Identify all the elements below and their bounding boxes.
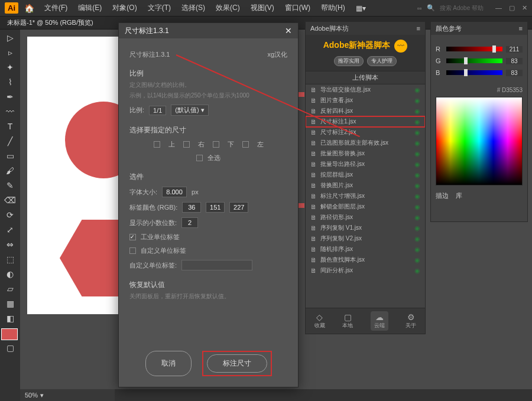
menu-view[interactable]: 视图(V) xyxy=(246,3,278,13)
script-item[interactable]: 🗎替换图片.jsx◉ xyxy=(306,180,425,191)
zoom-level[interactable]: 50% xyxy=(25,392,38,399)
minimize-icon[interactable]: — xyxy=(495,4,502,12)
scale-dropdown[interactable]: 1/1 xyxy=(149,106,166,115)
play-icon[interactable]: ◉ xyxy=(414,224,420,232)
menu-file[interactable]: 文件(F) xyxy=(40,3,72,13)
menu-type[interactable]: 文字(T) xyxy=(144,3,175,13)
lasso-tool-icon[interactable]: ⌇ xyxy=(1,75,19,89)
width-tool-icon[interactable]: ⇔ xyxy=(1,237,19,252)
banner-btn-2[interactable]: 专人护理 xyxy=(367,56,397,66)
line-tool-icon[interactable]: ╱ xyxy=(1,134,19,148)
perspective-tool-icon[interactable]: ▱ xyxy=(1,282,19,296)
play-icon[interactable]: ◉ xyxy=(414,193,420,200)
cb-right[interactable] xyxy=(183,141,190,148)
menu-help[interactable]: 帮助(H) xyxy=(317,3,349,13)
r-slider[interactable] xyxy=(446,47,502,51)
selection-tool-icon[interactable]: ▷ xyxy=(1,31,19,45)
scale-default-dropdown[interactable]: (默认值) ▾ xyxy=(171,105,208,116)
bottom-nav-item[interactable]: ◇收藏 xyxy=(314,312,325,330)
bottom-nav-item[interactable]: ⚙关于 xyxy=(406,312,416,330)
rect-tool-icon[interactable]: ▭ xyxy=(1,149,19,163)
script-item[interactable]: 🗎尺寸标注1.jsx◉ xyxy=(306,116,425,127)
search-icon[interactable]: 🔍 xyxy=(427,4,435,12)
play-icon[interactable]: ◉ xyxy=(414,256,420,264)
script-item[interactable]: 🗎批量导出路径.jsx◉ xyxy=(306,159,425,169)
cb-custom[interactable] xyxy=(129,247,136,254)
dialog-close-icon[interactable]: ✕ xyxy=(285,26,292,35)
ok-button[interactable]: 标注尺寸 xyxy=(207,354,267,373)
script-item[interactable]: 🗎标注尺寸增强.jsx◉ xyxy=(306,191,425,201)
type-tool-icon[interactable]: T xyxy=(1,119,19,133)
shape-builder-icon[interactable]: ◐ xyxy=(1,267,19,281)
b-value[interactable]: 83 xyxy=(506,70,523,76)
menu-extra-icon[interactable]: ▦▾ xyxy=(352,4,370,12)
bottom-nav-item[interactable]: ☁云端 xyxy=(371,311,388,331)
play-icon[interactable]: ◉ xyxy=(414,246,420,253)
rotate-tool-icon[interactable]: ⟳ xyxy=(1,208,19,222)
wand-tool-icon[interactable]: ✦ xyxy=(1,60,19,74)
color-r-input[interactable] xyxy=(182,202,201,213)
cancel-button[interactable]: 取消 xyxy=(145,351,192,376)
cb-left[interactable] xyxy=(242,141,249,148)
play-icon[interactable]: ◉ xyxy=(414,182,420,190)
play-icon[interactable]: ◉ xyxy=(414,267,420,275)
bottom-nav-item[interactable]: ▢本地 xyxy=(342,312,353,330)
script-item[interactable]: 🗎已选图形就原主部有效.jsx◉ xyxy=(306,138,425,148)
close-icon[interactable]: ✕ xyxy=(522,4,527,12)
script-item[interactable]: 🗎间距分析.jsx◉ xyxy=(306,265,425,276)
g-slider[interactable] xyxy=(446,58,502,63)
mesh-tool-icon[interactable]: ▦ xyxy=(1,296,19,311)
script-item[interactable]: 🗎序列复制 V2.jsx◉ xyxy=(306,233,425,244)
maximize-icon[interactable]: ▢ xyxy=(509,4,515,12)
custom-input[interactable] xyxy=(181,260,252,270)
play-icon[interactable]: ◉ xyxy=(414,203,420,211)
free-transform-icon[interactable]: ⬚ xyxy=(1,252,19,266)
zoom-dropdown-icon[interactable]: ▾ xyxy=(40,392,44,399)
menu-select[interactable]: 选择(S) xyxy=(177,3,209,13)
script-item[interactable]: 🗎随机排序.jsx◉ xyxy=(306,244,425,255)
gradient-tool-icon[interactable]: ◧ xyxy=(1,311,19,325)
cb-top[interactable] xyxy=(154,141,160,148)
home-icon[interactable]: 🏠 xyxy=(24,4,34,13)
swatch-tab-library[interactable]: 库 xyxy=(456,191,462,200)
cb-bottom[interactable] xyxy=(213,141,219,148)
script-item[interactable]: 🗎序列复制 V1.jsx◉ xyxy=(306,223,425,233)
color-b-input[interactable] xyxy=(229,202,248,213)
color-spectrum[interactable] xyxy=(436,97,523,185)
pen-tool-icon[interactable]: ✒ xyxy=(1,90,19,104)
color-g-input[interactable] xyxy=(206,202,225,213)
decimals-input[interactable] xyxy=(181,217,198,228)
play-icon[interactable]: ◉ xyxy=(414,150,420,158)
play-icon[interactable]: ◉ xyxy=(414,107,420,115)
banner-btn-1[interactable]: 推荐实用 xyxy=(334,56,364,66)
shaper-tool-icon[interactable]: ✎ xyxy=(1,178,19,193)
menu-window[interactable]: 窗口(W) xyxy=(281,3,314,13)
direct-select-tool-icon[interactable]: ▹ xyxy=(1,45,19,60)
scripts-tab[interactable]: Adobe脚本坊 xyxy=(310,24,349,33)
menu-object[interactable]: 对象(O) xyxy=(108,3,141,13)
cb-all[interactable] xyxy=(196,155,203,161)
script-item[interactable]: 🗎解锁全部图层.jsx◉ xyxy=(306,201,425,212)
script-item[interactable]: 🗎批量图形替换.jsx◉ xyxy=(306,148,425,159)
curvature-tool-icon[interactable]: 〰 xyxy=(1,105,19,119)
play-icon[interactable]: ◉ xyxy=(414,86,420,94)
b-slider[interactable] xyxy=(446,70,502,75)
scale-tool-icon[interactable]: ⤢ xyxy=(1,223,19,237)
menu-effect[interactable]: 效果(C) xyxy=(212,3,244,13)
r-value[interactable]: 211 xyxy=(506,46,523,53)
script-item[interactable]: 🗎路径切形.jsx◉ xyxy=(306,212,425,223)
brush-tool-icon[interactable]: 🖌 xyxy=(1,164,19,178)
eraser-tool-icon[interactable]: ⌫ xyxy=(1,193,19,207)
script-item[interactable]: 🗎按层群组.jsx◉ xyxy=(306,169,425,180)
play-icon[interactable]: ◉ xyxy=(414,171,420,179)
script-list[interactable]: 🗎导出链交接信息.jsx◉🗎图片查看.jsx◉🗎反射四科.jsx◉🗎尺寸标注1.… xyxy=(306,84,425,276)
play-icon[interactable]: ◉ xyxy=(414,118,420,126)
layout-icon[interactable]: ▫▫ xyxy=(417,5,422,12)
g-value[interactable]: 83 xyxy=(506,58,523,64)
script-item[interactable]: 🗎反射四科.jsx◉ xyxy=(306,106,425,116)
script-item[interactable]: 🗎尺寸标注2.jsx◉ xyxy=(306,127,425,138)
script-item[interactable]: 🗎图片查看.jsx◉ xyxy=(306,95,425,106)
play-icon[interactable]: ◉ xyxy=(414,129,420,136)
color-tab[interactable]: 颜色参考 xyxy=(436,24,462,33)
cb-industrial[interactable] xyxy=(129,234,136,240)
